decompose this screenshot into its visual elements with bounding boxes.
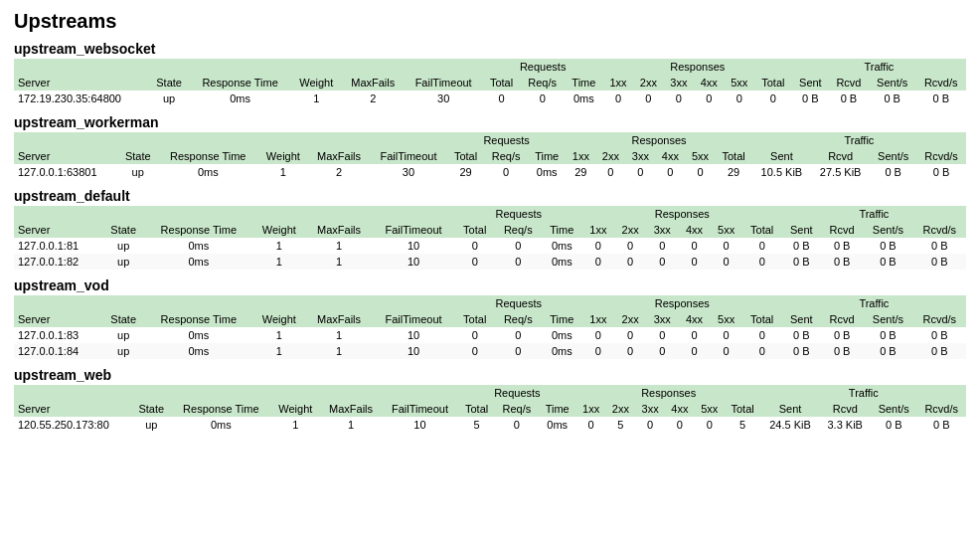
- table-cell: 29: [566, 164, 595, 180]
- col-header-total: Total: [742, 311, 782, 327]
- table-row: 127.0.0.1:81up0ms1110000ms0000000 B0 B0 …: [14, 238, 966, 254]
- table-cell: 0ms: [542, 343, 582, 359]
- table-cell: 0: [614, 343, 646, 359]
- table-cell: 0: [742, 327, 782, 343]
- table-cell: 10: [372, 327, 454, 343]
- table-cell: 10: [372, 343, 454, 359]
- table-cell: 10.5 KiB: [752, 164, 811, 180]
- group-header-traffic: Traffic: [752, 132, 966, 148]
- col-header-weight: Weight: [291, 75, 342, 91]
- table-cell: 0: [678, 343, 710, 359]
- table-cell: 0: [582, 238, 614, 254]
- table-cell: 0: [576, 417, 606, 433]
- upstream-section-2: upstream_defaultRequestsResponsesTraffic…: [14, 188, 966, 270]
- table-cell: 1: [306, 327, 373, 343]
- group-header-traffic: Traffic: [782, 206, 966, 222]
- table-cell: 29: [447, 164, 484, 180]
- table-cell: 0ms: [565, 91, 603, 106]
- table-cell: 0: [582, 254, 614, 270]
- col-header-5xx: 5xx: [725, 75, 754, 91]
- page-title: Upstreams: [14, 10, 966, 33]
- group-header-responses: Responses: [582, 295, 782, 311]
- col-header-total: Total: [483, 75, 521, 91]
- table-cell: 0: [495, 327, 542, 343]
- table-cell: up: [102, 327, 145, 343]
- table-cell: 0 B: [916, 164, 966, 180]
- col-header-failtimeout: FailTimeout: [372, 222, 454, 238]
- table-cell: 1: [252, 238, 306, 254]
- col-header-rcvd: Rcvd: [829, 75, 869, 91]
- table-cell: 0 B: [863, 254, 912, 270]
- table-cell: 0: [646, 238, 678, 254]
- table-cell: 0: [754, 91, 792, 106]
- table-row: 172.19.230.35:64800up0ms1230000ms0000000…: [14, 91, 966, 106]
- col-header-maxfails: MaxFails: [342, 75, 405, 91]
- upstream-table-1: RequestsResponsesTrafficServerStateRespo…: [14, 132, 966, 180]
- table-cell: 0 B: [863, 238, 912, 254]
- col-header-total: Total: [715, 148, 751, 164]
- col-header-sent-per-s: Sent/s: [871, 401, 916, 417]
- table-cell: 0ms: [542, 238, 582, 254]
- table-cell: 0ms: [190, 91, 291, 106]
- group-header-traffic: Traffic: [782, 295, 966, 311]
- table-cell: 0: [678, 254, 710, 270]
- col-header-rcvd-per-s: Rcvd/s: [916, 401, 966, 417]
- table-cell: 0: [678, 238, 710, 254]
- table-cell: 0: [495, 417, 539, 433]
- table-cell: 24.5 KiB: [761, 417, 820, 433]
- col-header-maxfails: MaxFails: [308, 148, 370, 164]
- col-header-sent: Sent: [782, 222, 821, 238]
- upstream-name-2: upstream_default: [14, 188, 966, 204]
- col-header-3xx: 3xx: [646, 311, 678, 327]
- col-header-failtimeout: FailTimeout: [372, 311, 454, 327]
- col-header-total: Total: [754, 75, 792, 91]
- col-header-weight: Weight: [258, 148, 308, 164]
- table-cell: 0: [664, 91, 694, 106]
- table-cell: 10: [382, 417, 458, 433]
- table-cell: 0ms: [145, 327, 252, 343]
- table-row: 127.0.0.1:84up0ms1110000ms0000000 B0 B0 …: [14, 343, 966, 359]
- upstream-name-1: upstream_workerman: [14, 114, 966, 130]
- table-cell: 2: [342, 91, 405, 106]
- table-cell: 0: [711, 238, 742, 254]
- table-cell: 0 B: [863, 343, 912, 359]
- col-header-server: Server: [14, 401, 131, 417]
- col-header-3xx: 3xx: [625, 148, 655, 164]
- col-header-time: Time: [565, 75, 603, 91]
- table-cell: 0ms: [145, 254, 252, 270]
- col-header-req-per-s: Req/s: [495, 222, 542, 238]
- group-header-traffic: Traffic: [761, 385, 966, 401]
- table-cell: 0 B: [829, 91, 869, 106]
- col-header-2xx: 2xx: [595, 148, 625, 164]
- table-cell: 5: [605, 417, 635, 433]
- col-header-response-time: Response Time: [171, 401, 270, 417]
- col-header-total: Total: [742, 222, 782, 238]
- table-cell: 0: [633, 91, 663, 106]
- table-cell: 0 B: [913, 238, 967, 254]
- table-cell: 0: [742, 343, 782, 359]
- col-header-5xx: 5xx: [685, 148, 715, 164]
- col-header-time: Time: [542, 222, 582, 238]
- table-cell: 1: [291, 91, 342, 106]
- col-header-rcvd: Rcvd: [821, 311, 863, 327]
- table-cell: 0 B: [782, 343, 821, 359]
- group-header-requests: Requests: [455, 295, 582, 311]
- table-cell: 127.0.0.1:63801: [14, 164, 118, 180]
- col-header-server: Server: [14, 311, 102, 327]
- upstream-table-3: RequestsResponsesTrafficServerStateRespo…: [14, 295, 966, 359]
- table-cell: 0: [455, 254, 495, 270]
- table-cell: 0 B: [782, 327, 821, 343]
- table-cell: 0: [725, 91, 754, 106]
- table-cell: 0: [455, 238, 495, 254]
- col-header-rcvd: Rcvd: [811, 148, 870, 164]
- table-cell: 0 B: [782, 254, 821, 270]
- group-header-requests: Requests: [447, 132, 567, 148]
- col-header-total: Total: [447, 148, 484, 164]
- table-cell: 0 B: [821, 327, 863, 343]
- upstream-table-0: RequestsResponsesTrafficServerStateRespo…: [14, 59, 966, 106]
- table-cell: 0: [582, 343, 614, 359]
- table-cell: 0: [695, 417, 725, 433]
- table-cell: 29: [715, 164, 751, 180]
- table-cell: 0: [614, 327, 646, 343]
- col-header-sent-per-s: Sent/s: [863, 222, 912, 238]
